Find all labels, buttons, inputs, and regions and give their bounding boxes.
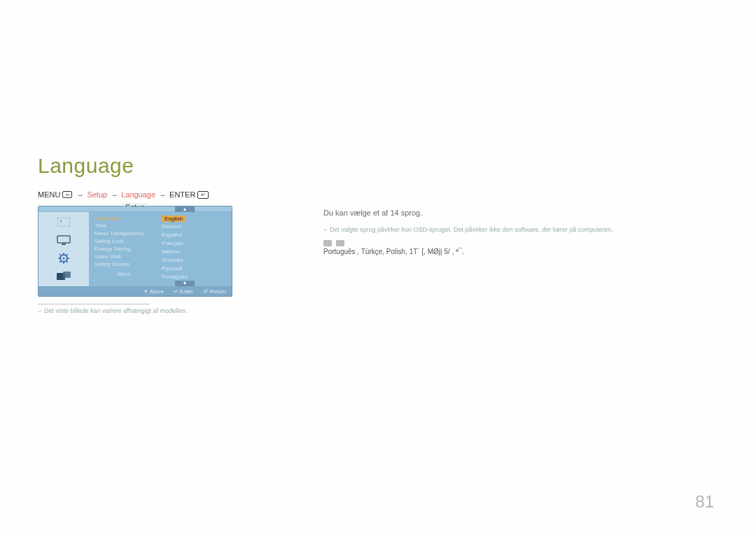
svg-rect-7 xyxy=(63,272,71,278)
menu-item-more: More xyxy=(94,271,159,277)
arrow-icon: → xyxy=(159,191,166,199)
svg-point-5 xyxy=(63,258,65,260)
path-language: Language xyxy=(121,190,155,199)
scroll-up-icon: ▲ xyxy=(175,206,195,212)
option-portugues: Português xyxy=(162,273,226,281)
footnote-divider xyxy=(38,304,150,304)
hint-return: ↺Return xyxy=(203,288,226,295)
language-list-line2: Português , Türkçe, Polish, 1Т´ [, МØj| … xyxy=(323,246,717,258)
picture-icon xyxy=(54,215,74,229)
osd-bottom-bar: ▼ ✦Move ↵Enter ↺Return xyxy=(38,286,232,296)
hint-enter: ↵Enter xyxy=(174,288,193,295)
osd-sidebar xyxy=(38,212,89,286)
navigation-path: MENU m → Setup → Language → ENTER xyxy=(38,190,717,199)
option-russian: Русский xyxy=(162,265,226,272)
menu-item-safety-lock: Safety Lock xyxy=(94,238,159,244)
tools-icon xyxy=(54,269,74,283)
bullet-dash: – xyxy=(323,226,327,233)
footnote-text: Det viste billede kan variere afhængigt … xyxy=(44,307,188,314)
option-svenska: Svenska xyxy=(162,256,226,264)
bullet-text: Det valgte sprog påvirker kun OSD-sproge… xyxy=(330,226,613,233)
path-menu-label: MENU xyxy=(38,190,60,199)
lang-glyph-box xyxy=(336,240,344,246)
menu-item-time: Time xyxy=(94,223,159,229)
intro-text: Du kan vælge et af 14 sprog. xyxy=(323,207,717,219)
osd-preview: Setup ▲ xyxy=(38,206,232,297)
option-espanol: Español xyxy=(162,231,226,239)
arrow-icon: → xyxy=(76,191,83,199)
hint-move: ✦Move xyxy=(144,288,164,295)
osd-right-options: English Deutsch Español Français Italian… xyxy=(159,212,226,286)
bullet-dash: – xyxy=(38,307,41,314)
display-icon xyxy=(54,233,74,247)
gear-icon xyxy=(54,251,74,265)
enter-icon xyxy=(197,191,209,199)
menu-item-energy-saving: Energy Saving xyxy=(94,246,159,252)
option-italiano: Italiano xyxy=(162,248,226,255)
option-francais: Français xyxy=(162,239,226,247)
svg-point-1 xyxy=(60,220,62,222)
section-title: Language xyxy=(38,154,717,178)
option-deutsch: Deutsch xyxy=(162,223,226,230)
page-number: 81 xyxy=(695,492,714,512)
svg-rect-0 xyxy=(57,218,70,227)
svg-rect-2 xyxy=(57,236,70,243)
path-setup: Setup xyxy=(87,190,107,199)
scroll-down-icon: ▼ xyxy=(175,281,195,286)
menu-item-video-wall: Video Wall xyxy=(94,253,159,260)
menu-item-language: Language xyxy=(94,215,159,221)
osd-left-menu: Language Time Menu Transparency Safety L… xyxy=(89,212,159,286)
option-english: English xyxy=(162,216,186,222)
path-enter-label: ENTER xyxy=(169,190,195,199)
menu-item-safety-screen: Safety Screen xyxy=(94,261,159,267)
menu-icon: m xyxy=(62,191,72,198)
image-footnote: – Det viste billede kan variere afhængig… xyxy=(38,307,232,314)
language-list: Português , Türkçe, Polish, 1Т´ [, МØj| … xyxy=(323,240,717,258)
lang-glyph-box xyxy=(323,240,332,246)
menu-item-menu-transparency: Menu Transparency xyxy=(94,230,159,237)
svg-rect-3 xyxy=(62,244,66,245)
arrow-icon: → xyxy=(111,191,118,199)
